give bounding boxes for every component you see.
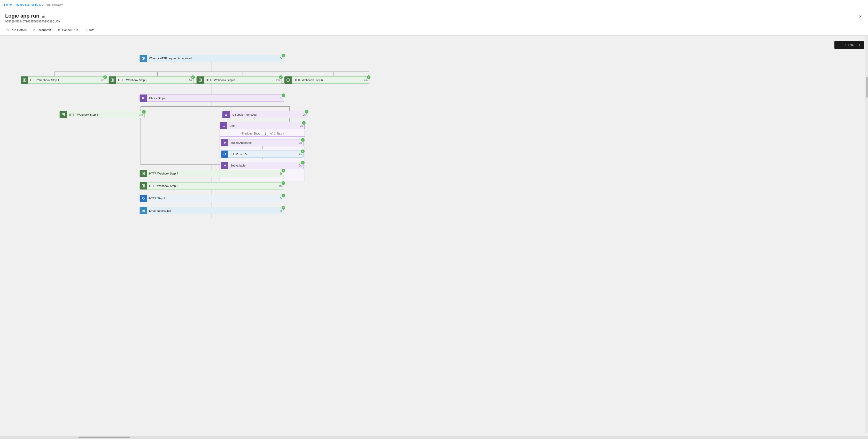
until-check: ✓ xyxy=(302,121,306,125)
webhook2-check: ✓ xyxy=(191,75,195,79)
svg-point-34 xyxy=(142,197,145,199)
pagination-total: 1 xyxy=(274,132,276,135)
breadcrumb-home[interactable]: Home xyxy=(4,3,11,6)
breadcrumb-runs: Runs history xyxy=(47,3,63,6)
resubmit-icon: ⟳ xyxy=(33,28,36,32)
is-bubble-node[interactable]: Is Bubble Removed 0s ✓ xyxy=(222,111,307,118)
cancel-run-icon: ⊘ xyxy=(57,28,61,32)
webhook8-check: ✓ xyxy=(282,181,285,185)
vertical-scrollbar[interactable] xyxy=(865,36,868,433)
run-id: 085859453340716255686884099388CU09 xyxy=(5,20,60,23)
horizontal-scrollbar[interactable] xyxy=(0,436,868,439)
run-details-button[interactable]: ↻ Run Details xyxy=(5,27,27,33)
until-node[interactable]: Until 2s ✓ xyxy=(220,122,305,129)
is-bubble-check: ✓ xyxy=(305,110,308,113)
http-step9-node[interactable]: HTTP Step 9 3s ✓ xyxy=(140,195,284,202)
info-icon: ℹ xyxy=(84,28,88,32)
email-node[interactable]: Email Notification 4s ✓ xyxy=(140,207,284,214)
webhook3-node[interactable]: HTTP Webhook Step 3 2m ✓ xyxy=(196,76,282,83)
resubmit-button[interactable]: ⟳ Resubmit xyxy=(32,27,52,33)
webhook8-node[interactable]: HTTP Webhook Step 8 1m ✓ xyxy=(140,182,284,190)
panel-header: Logic app run 🖨 085859453340716255686884… xyxy=(0,9,868,25)
zoom-out-button[interactable]: − xyxy=(834,41,843,49)
webhook4-node[interactable]: HTTP Webhook Step 4 3m ✓ xyxy=(59,111,145,118)
scrollbar-thumb-h[interactable] xyxy=(79,437,130,438)
breadcrumb-sep1: › xyxy=(13,3,14,6)
run-details-icon: ↻ xyxy=(6,28,9,32)
breadcrumb-sep2: › xyxy=(44,3,45,6)
set-variable-check: ✓ xyxy=(301,161,305,165)
flow-lines xyxy=(0,36,868,436)
http-step5-check: ✓ xyxy=(301,149,305,153)
pagination-input[interactable] xyxy=(262,132,269,136)
check-steps-check: ✓ xyxy=(282,94,285,97)
webhook1-check: ✓ xyxy=(103,75,107,79)
webhook6-check: ✓ xyxy=(367,75,370,79)
breadcrumb: Home › logapp-sos-recipe-krc › Runs hist… xyxy=(0,0,868,9)
zoom-in-button[interactable]: + xyxy=(856,41,864,49)
webhook3-check: ✓ xyxy=(279,75,283,79)
pagination-prev[interactable]: ‹ Previous xyxy=(241,132,252,135)
info-button[interactable]: ℹ Info xyxy=(84,27,95,33)
trigger-node[interactable]: When a HTTP request is received 0s ✓ xyxy=(140,55,284,62)
http-step9-check: ✓ xyxy=(282,194,285,197)
set-variable-node[interactable]: Set variable 0s ✓ xyxy=(221,162,304,169)
breadcrumb-sep3: › xyxy=(64,3,65,6)
close-button[interactable]: × xyxy=(858,13,863,21)
workflow-canvas: − 100% + xyxy=(0,36,868,436)
svg-point-31 xyxy=(224,153,226,155)
check-steps-node[interactable]: Check Steps 0s ✓ xyxy=(140,95,284,102)
cancel-run-button[interactable]: ⊘ Cancel Run xyxy=(57,27,79,33)
toolbar: ↻ Run Details ⟳ Resubmit ⊘ Cancel Run ℹ … xyxy=(0,25,868,36)
pagination-of: of xyxy=(271,132,273,135)
print-icon[interactable]: 🖨 xyxy=(41,14,45,18)
webhook2-node[interactable]: HTTP Webhook Step 2 5s ✓ xyxy=(108,76,194,83)
zoom-level: 100% xyxy=(843,43,856,47)
panel-title: Logic app run 🖨 xyxy=(5,13,60,19)
pagination-next[interactable]: Next › xyxy=(277,132,284,135)
pagination-show: Show xyxy=(254,132,260,135)
webhook7-check: ✓ xyxy=(282,169,285,172)
webhook1-node[interactable]: HTTP Webhook Step 1 1m ✓ xyxy=(21,76,106,83)
bubble-appeared-check: ✓ xyxy=(301,138,305,142)
bubble-appeared-node[interactable]: BubbleAppeared 0s ✓ xyxy=(221,139,304,146)
webhook6-node[interactable]: HTTP Webhook Step 6 2m ✓ xyxy=(284,76,369,83)
breadcrumb-app[interactable]: logapp-sos-recipe-krc xyxy=(16,3,43,6)
trigger-check: ✓ xyxy=(282,54,285,57)
email-check: ✓ xyxy=(282,206,285,210)
http-step5-node[interactable]: HTTP Step 5 2s ✓ xyxy=(221,150,304,158)
webhook4-check: ✓ xyxy=(142,110,146,113)
scrollbar-thumb-v[interactable] xyxy=(866,77,868,98)
zoom-controls: − 100% + xyxy=(834,41,864,49)
webhook7-node[interactable]: HTTP Webhook Step 7 3s ✓ xyxy=(140,170,284,177)
